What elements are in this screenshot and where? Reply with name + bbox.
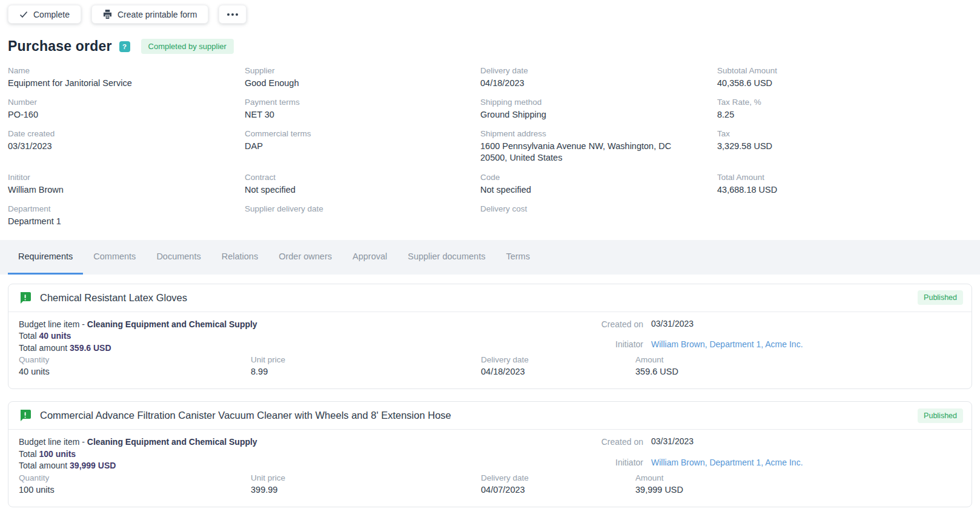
field-name: NameEquipment for Janitorial Service xyxy=(8,66,245,89)
field-commercial-terms: Commercial termsDAP xyxy=(245,129,480,164)
initiator-label: Initiator xyxy=(489,339,643,354)
requirement-chat-icon xyxy=(19,409,31,422)
total-units-label: Total xyxy=(19,449,39,459)
field-supplier-delivery-date: Supplier delivery date xyxy=(245,204,480,227)
requirements-list: Chemical Resistant Latex Gloves Publishe… xyxy=(0,275,980,507)
created-on-value: 03/31/2023 xyxy=(651,436,961,451)
requirement-card-gloves: Chemical Resistant Latex Gloves Publishe… xyxy=(8,284,972,390)
field-date-created: Date created03/31/2023 xyxy=(8,129,245,164)
initiator-label: Initiator xyxy=(489,457,643,472)
tab-bar: Requirements Comments Documents Relation… xyxy=(0,240,980,275)
total-units-value: 100 units xyxy=(39,449,76,459)
field-total-amount: Total Amount43,688.18 USD xyxy=(717,173,972,196)
delivery-date-field: Delivery date04/18/2023 xyxy=(481,355,635,378)
amount-field: Amount359.6 USD xyxy=(635,355,961,378)
tab-requirements[interactable]: Requirements xyxy=(8,240,83,275)
field-department: DepartmentDepartment 1 xyxy=(8,204,245,227)
status-badge: Completed by supplier xyxy=(141,39,234,54)
field-subtotal-amount: Subtotal Amount40,358.6 USD xyxy=(717,66,972,89)
header: Purchase order ? Completed by supplier xyxy=(0,24,980,55)
toolbar: Complete Create printable form xyxy=(0,0,980,24)
field-initiator: InititorWilliam Brown xyxy=(8,173,245,196)
total-amount-value: 359.6 USD xyxy=(70,343,111,353)
printer-icon xyxy=(103,10,112,19)
field-shipment-address: Shipment address1600 Pennsylvania Avenue… xyxy=(480,129,717,164)
purchase-order-page: Complete Create printable form Purchase … xyxy=(0,0,980,520)
help-icon[interactable]: ? xyxy=(119,41,130,52)
tab-relations[interactable]: Relations xyxy=(211,240,268,275)
field-tax-rate: Tax Rate, %8.25 xyxy=(717,98,972,121)
total-amount-label: Total amount xyxy=(19,461,70,470)
field-payment-terms: Payment termsNET 30 xyxy=(245,98,480,121)
requirement-title[interactable]: Commercial Advance Filtration Canister V… xyxy=(40,410,909,421)
tab-approval[interactable]: Approval xyxy=(342,240,397,275)
complete-button[interactable]: Complete xyxy=(8,5,81,24)
ellipsis-icon xyxy=(227,13,239,16)
tab-order-owners[interactable]: Order owners xyxy=(268,240,342,275)
delivery-date-field: Delivery date04/07/2023 xyxy=(481,473,635,496)
requirement-card-vacuum: Commercial Advance Filtration Canister V… xyxy=(8,401,972,507)
published-badge: Published xyxy=(918,290,963,305)
field-empty xyxy=(717,204,972,227)
created-on-label: Created on xyxy=(489,319,643,333)
check-icon xyxy=(19,11,28,18)
budget-line-item-value: Cleaning Equipment and Chemical Supply xyxy=(87,319,257,329)
unit-price-field: Unit price8.99 xyxy=(251,355,481,378)
field-code: CodeNot specified xyxy=(480,173,717,196)
total-amount-label: Total amount xyxy=(19,343,70,353)
budget-line-item-value: Cleaning Equipment and Chemical Supply xyxy=(87,437,257,447)
quantity-field: Quantity100 units xyxy=(19,473,251,496)
tab-comments[interactable]: Comments xyxy=(83,240,146,275)
unit-price-field: Unit price399.99 xyxy=(251,473,481,496)
more-actions-button[interactable] xyxy=(219,5,247,24)
requirement-chat-icon xyxy=(19,292,31,304)
field-tax: Tax3,329.58 USD xyxy=(717,129,972,164)
field-shipping-method: Shipping methodGround Shipping xyxy=(480,98,717,121)
create-printable-form-label: Create printable form xyxy=(118,10,197,19)
create-printable-form-button[interactable]: Create printable form xyxy=(91,5,209,24)
field-number: NumberPO-160 xyxy=(8,98,245,121)
tab-documents[interactable]: Documents xyxy=(146,240,211,275)
created-on-value: 03/31/2023 xyxy=(651,319,961,333)
summary-fields: NameEquipment for Janitorial Service Sup… xyxy=(0,55,980,227)
page-title: Purchase order xyxy=(8,38,112,55)
field-delivery-date: Delivery date04/18/2023 xyxy=(480,66,717,89)
complete-button-label: Complete xyxy=(33,10,70,19)
field-supplier: SupplierGood Enough xyxy=(245,66,480,89)
tab-terms[interactable]: Terms xyxy=(495,240,540,275)
initiator-link[interactable]: William Brown, Department 1, Acme Inc. xyxy=(651,339,803,349)
requirement-title[interactable]: Chemical Resistant Latex Gloves xyxy=(40,292,909,304)
budget-info: Budget line item - Cleaning Equipment an… xyxy=(19,319,481,355)
total-amount-value: 39,999 USD xyxy=(70,461,116,470)
budget-line-item-label: Budget line item - xyxy=(19,437,87,447)
field-contract: ContractNot specified xyxy=(245,173,480,196)
created-on-label: Created on xyxy=(489,436,643,451)
budget-info: Budget line item - Cleaning Equipment an… xyxy=(19,436,481,472)
tab-supplier-documents[interactable]: Supplier documents xyxy=(397,240,495,275)
field-delivery-cost: Delivery cost xyxy=(480,204,717,227)
published-badge: Published xyxy=(918,408,963,423)
initiator-link[interactable]: William Brown, Department 1, Acme Inc. xyxy=(651,458,803,467)
quantity-field: Quantity40 units xyxy=(19,355,251,378)
amount-field: Amount39,999 USD xyxy=(635,473,961,496)
total-units-value: 40 units xyxy=(39,331,71,341)
budget-line-item-label: Budget line item - xyxy=(19,319,87,329)
total-units-label: Total xyxy=(19,331,39,341)
